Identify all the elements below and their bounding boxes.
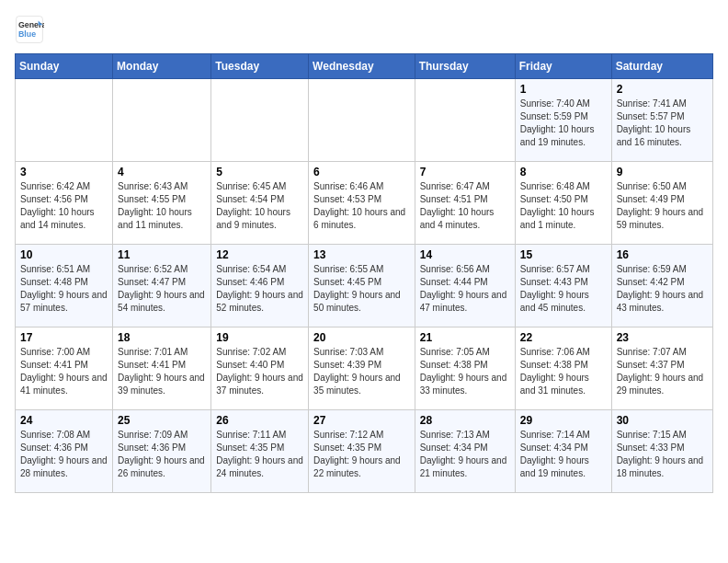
header-thursday: Thursday [415, 54, 515, 79]
day-info: Sunrise: 7:02 AM Sunset: 4:40 PM Dayligh… [216, 346, 303, 397]
day-cell: 9Sunrise: 6:50 AM Sunset: 4:49 PM Daylig… [611, 162, 712, 245]
day-number: 16 [617, 248, 708, 261]
day-info: Sunrise: 7:14 AM Sunset: 4:34 PM Dayligh… [520, 429, 607, 480]
day-info: Sunrise: 6:54 AM Sunset: 4:46 PM Dayligh… [216, 263, 303, 315]
day-cell: 30Sunrise: 7:15 AM Sunset: 4:33 PM Dayli… [611, 410, 712, 493]
header-saturday: Saturday [611, 54, 712, 79]
day-number: 5 [216, 166, 303, 178]
day-number: 2 [617, 83, 708, 96]
day-cell [113, 79, 211, 162]
day-cell: 2Sunrise: 7:41 AM Sunset: 5:57 PM Daylig… [611, 79, 712, 162]
day-info: Sunrise: 7:00 AM Sunset: 4:41 PM Dayligh… [20, 346, 108, 397]
week-row-5: 24Sunrise: 7:08 AM Sunset: 4:36 PM Dayli… [16, 410, 713, 493]
day-cell: 11Sunrise: 6:52 AM Sunset: 4:47 PM Dayli… [113, 245, 211, 327]
day-cell: 12Sunrise: 6:54 AM Sunset: 4:46 PM Dayli… [211, 245, 309, 327]
day-info: Sunrise: 7:41 AM Sunset: 5:57 PM Dayligh… [617, 98, 708, 149]
day-number: 24 [20, 414, 108, 427]
day-info: Sunrise: 7:09 AM Sunset: 4:36 PM Dayligh… [118, 429, 206, 480]
day-cell: 15Sunrise: 6:57 AM Sunset: 4:43 PM Dayli… [515, 245, 611, 327]
week-row-1: 1Sunrise: 7:40 AM Sunset: 5:59 PM Daylig… [16, 79, 713, 162]
week-row-2: 3Sunrise: 6:42 AM Sunset: 4:56 PM Daylig… [16, 162, 713, 245]
day-cell: 26Sunrise: 7:11 AM Sunset: 4:35 PM Dayli… [211, 410, 309, 493]
calendar-header-row: SundayMondayTuesdayWednesdayThursdayFrid… [16, 54, 713, 79]
svg-text:Blue: Blue [18, 29, 36, 39]
day-cell: 16Sunrise: 6:59 AM Sunset: 4:42 PM Dayli… [611, 245, 712, 327]
day-info: Sunrise: 6:55 AM Sunset: 4:45 PM Dayligh… [313, 263, 410, 315]
day-info: Sunrise: 6:51 AM Sunset: 4:48 PM Dayligh… [20, 263, 108, 315]
day-cell: 27Sunrise: 7:12 AM Sunset: 4:35 PM Dayli… [309, 410, 415, 493]
day-info: Sunrise: 6:47 AM Sunset: 4:51 PM Dayligh… [420, 180, 510, 232]
header-wednesday: Wednesday [309, 54, 415, 79]
day-info: Sunrise: 6:56 AM Sunset: 4:44 PM Dayligh… [420, 263, 510, 315]
day-number: 7 [420, 166, 510, 178]
day-info: Sunrise: 6:43 AM Sunset: 4:55 PM Dayligh… [118, 180, 206, 232]
day-cell: 23Sunrise: 7:07 AM Sunset: 4:37 PM Dayli… [611, 327, 712, 410]
day-cell: 25Sunrise: 7:09 AM Sunset: 4:36 PM Dayli… [113, 410, 211, 493]
day-number: 4 [118, 166, 206, 178]
day-cell: 24Sunrise: 7:08 AM Sunset: 4:36 PM Dayli… [16, 410, 113, 493]
day-info: Sunrise: 7:15 AM Sunset: 4:33 PM Dayligh… [617, 429, 708, 480]
day-info: Sunrise: 7:06 AM Sunset: 4:38 PM Dayligh… [520, 346, 607, 397]
day-cell: 20Sunrise: 7:03 AM Sunset: 4:39 PM Dayli… [309, 327, 415, 410]
day-number: 21 [420, 331, 510, 344]
day-cell: 22Sunrise: 7:06 AM Sunset: 4:38 PM Dayli… [515, 327, 611, 410]
day-number: 27 [313, 414, 410, 427]
day-cell: 4Sunrise: 6:43 AM Sunset: 4:55 PM Daylig… [113, 162, 211, 245]
day-number: 28 [420, 414, 510, 427]
day-info: Sunrise: 7:11 AM Sunset: 4:35 PM Dayligh… [216, 429, 303, 480]
day-number: 9 [617, 166, 708, 178]
day-cell [211, 79, 309, 162]
day-number: 19 [216, 331, 303, 344]
day-number: 20 [313, 331, 410, 344]
header-friday: Friday [515, 54, 611, 79]
week-row-3: 10Sunrise: 6:51 AM Sunset: 4:48 PM Dayli… [16, 245, 713, 327]
day-info: Sunrise: 7:03 AM Sunset: 4:39 PM Dayligh… [313, 346, 410, 397]
day-cell [16, 79, 113, 162]
header-monday: Monday [113, 54, 211, 79]
day-number: 23 [617, 331, 708, 344]
header-sunday: Sunday [16, 54, 113, 79]
day-cell: 13Sunrise: 6:55 AM Sunset: 4:45 PM Dayli… [309, 245, 415, 327]
day-info: Sunrise: 6:46 AM Sunset: 4:53 PM Dayligh… [313, 180, 410, 232]
day-cell: 17Sunrise: 7:00 AM Sunset: 4:41 PM Dayli… [16, 327, 113, 410]
day-cell: 19Sunrise: 7:02 AM Sunset: 4:40 PM Dayli… [211, 327, 309, 410]
day-cell: 28Sunrise: 7:13 AM Sunset: 4:34 PM Dayli… [415, 410, 515, 493]
day-info: Sunrise: 6:48 AM Sunset: 4:50 PM Dayligh… [520, 180, 607, 232]
day-cell [415, 79, 515, 162]
day-cell: 21Sunrise: 7:05 AM Sunset: 4:38 PM Dayli… [415, 327, 515, 410]
day-cell: 29Sunrise: 7:14 AM Sunset: 4:34 PM Dayli… [515, 410, 611, 493]
page-header: General Blue [15, 15, 713, 44]
logo: General Blue [15, 15, 44, 44]
day-number: 18 [118, 331, 206, 344]
day-cell: 6Sunrise: 6:46 AM Sunset: 4:53 PM Daylig… [309, 162, 415, 245]
day-cell: 18Sunrise: 7:01 AM Sunset: 4:41 PM Dayli… [113, 327, 211, 410]
day-cell: 3Sunrise: 6:42 AM Sunset: 4:56 PM Daylig… [16, 162, 113, 245]
day-number: 12 [216, 248, 303, 261]
day-number: 29 [520, 414, 607, 427]
day-number: 17 [20, 331, 108, 344]
day-info: Sunrise: 6:59 AM Sunset: 4:42 PM Dayligh… [617, 263, 708, 315]
day-number: 6 [313, 166, 410, 178]
day-number: 25 [118, 414, 206, 427]
day-info: Sunrise: 6:50 AM Sunset: 4:49 PM Dayligh… [617, 180, 708, 232]
day-number: 26 [216, 414, 303, 427]
header-tuesday: Tuesday [211, 54, 309, 79]
day-cell: 10Sunrise: 6:51 AM Sunset: 4:48 PM Dayli… [16, 245, 113, 327]
day-cell: 8Sunrise: 6:48 AM Sunset: 4:50 PM Daylig… [515, 162, 611, 245]
calendar-table: SundayMondayTuesdayWednesdayThursdayFrid… [15, 53, 713, 493]
logo-icon: General Blue [15, 15, 44, 44]
day-number: 30 [617, 414, 708, 427]
day-number: 22 [520, 331, 607, 344]
day-info: Sunrise: 7:07 AM Sunset: 4:37 PM Dayligh… [617, 346, 708, 397]
day-cell: 7Sunrise: 6:47 AM Sunset: 4:51 PM Daylig… [415, 162, 515, 245]
day-cell [309, 79, 415, 162]
day-cell: 1Sunrise: 7:40 AM Sunset: 5:59 PM Daylig… [515, 79, 611, 162]
day-info: Sunrise: 7:08 AM Sunset: 4:36 PM Dayligh… [20, 429, 108, 480]
day-info: Sunrise: 7:40 AM Sunset: 5:59 PM Dayligh… [520, 98, 607, 149]
day-info: Sunrise: 6:52 AM Sunset: 4:47 PM Dayligh… [118, 263, 206, 315]
day-info: Sunrise: 6:57 AM Sunset: 4:43 PM Dayligh… [520, 263, 607, 315]
day-number: 14 [420, 248, 510, 261]
day-info: Sunrise: 7:13 AM Sunset: 4:34 PM Dayligh… [420, 429, 510, 480]
day-number: 1 [520, 83, 607, 96]
svg-text:General: General [18, 20, 44, 29]
